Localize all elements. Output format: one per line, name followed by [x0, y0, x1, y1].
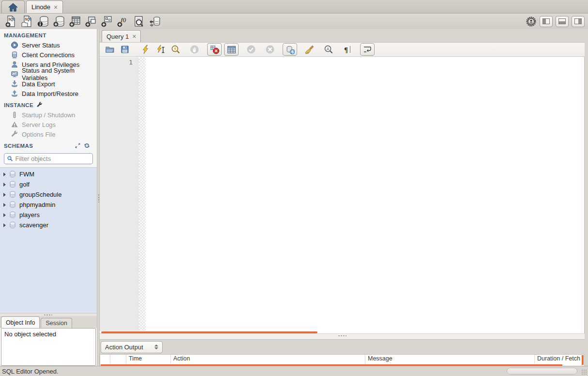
- svg-text:f(): f(): [121, 16, 126, 23]
- monitor-icon: [11, 70, 18, 78]
- sidebar-item-status-system-variables[interactable]: Status and System Variables: [0, 69, 97, 79]
- output-splitter[interactable]: [100, 333, 585, 340]
- close-icon[interactable]: ×: [132, 32, 136, 40]
- sidebar-item-data-import[interactable]: Data Import/Restore: [0, 89, 97, 98]
- column-header-icon[interactable]: [100, 355, 110, 364]
- explain-button[interactable]: [169, 44, 182, 55]
- column-header-action[interactable]: Action: [171, 355, 365, 364]
- close-icon[interactable]: ×: [54, 4, 58, 11]
- line-number-gutter: 1: [100, 57, 139, 331]
- schema-item-fwm[interactable]: FWM: [0, 169, 97, 179]
- toggle-autocommit-button[interactable]: [283, 43, 297, 56]
- sidebar-horizontal-splitter[interactable]: [0, 313, 97, 316]
- instance-section-header: INSTANCE: [0, 98, 97, 110]
- save-icon: [120, 45, 130, 54]
- query-tab[interactable]: Query 1 ×: [102, 30, 141, 42]
- stop-on-error-icon: [210, 45, 219, 54]
- sidebar-item-data-export[interactable]: Data Export: [0, 79, 97, 89]
- schema-item-groupschedule[interactable]: groupSchedule: [0, 189, 97, 200]
- create-schema-button[interactable]: [51, 15, 66, 28]
- expand-panel-icon[interactable]: [75, 142, 81, 149]
- sidebar-item-options-file[interactable]: Options File: [0, 129, 97, 139]
- execute-current-button[interactable]: [154, 44, 167, 55]
- create-function-button[interactable]: f(): [115, 15, 130, 28]
- output-type-select[interactable]: Action Output: [101, 341, 163, 353]
- schema-item-players[interactable]: players: [0, 210, 97, 220]
- navigator-sidebar: MANAGEMENT Server Status Client Connecti…: [0, 29, 97, 366]
- tab-session[interactable]: Session: [41, 318, 72, 328]
- schema-name: golf: [19, 181, 30, 188]
- create-view-button[interactable]: [83, 15, 98, 28]
- limit-rows-button[interactable]: [224, 43, 239, 56]
- stop-hand-icon: [190, 45, 199, 54]
- create-procedure-button[interactable]: [99, 15, 114, 28]
- wrap-text-button[interactable]: [360, 43, 375, 56]
- startup-shutdown-icon: [11, 111, 18, 119]
- user-icon: [11, 61, 18, 68]
- schema-inspector-button[interactable]: [35, 15, 50, 28]
- sidebar-item-label: Data Import/Restore: [22, 90, 78, 97]
- sidebar-item-label: Data Export: [22, 80, 55, 88]
- schema-item-phpmyadmin[interactable]: phpmyadmin: [0, 200, 97, 210]
- open-script-button[interactable]: [104, 44, 116, 55]
- beautify-button[interactable]: [303, 44, 316, 55]
- line-number: 1: [100, 57, 139, 66]
- client-connections-icon: [11, 51, 18, 59]
- expand-arrow-icon[interactable]: [3, 213, 6, 217]
- open-sql-script-icon: SQL: [21, 15, 33, 28]
- sql-editor-surface[interactable]: [146, 57, 584, 331]
- rollback-button[interactable]: [264, 44, 276, 55]
- search-data-button[interactable]: [131, 15, 146, 28]
- expand-arrow-icon[interactable]: [3, 223, 6, 227]
- sidebar-item-server-status[interactable]: Server Status: [0, 40, 97, 50]
- database-icon: [9, 201, 16, 208]
- find-button[interactable]: A: [322, 44, 335, 55]
- sidebar-item-startup-shutdown[interactable]: Startup / Shutdown: [0, 110, 97, 120]
- toggle-right-panel-button[interactable]: [572, 16, 585, 27]
- fold-margin: [139, 57, 146, 331]
- toggle-left-panel-button[interactable]: [540, 16, 553, 27]
- show-invisibles-button[interactable]: ¶: [341, 44, 354, 55]
- schema-item-golf[interactable]: golf: [0, 179, 97, 189]
- expand-arrow-icon[interactable]: [3, 172, 6, 176]
- resize-grip[interactable]: [581, 369, 588, 376]
- expand-arrow-icon[interactable]: [3, 203, 6, 207]
- open-sql-script-button[interactable]: SQL: [19, 15, 34, 28]
- expand-arrow-icon[interactable]: [3, 193, 6, 197]
- column-header-index[interactable]: [110, 355, 126, 364]
- status-text: SQL Editor Opened.: [2, 368, 59, 375]
- home-tab[interactable]: [1, 0, 25, 13]
- column-header-duration[interactable]: Duration / Fetch: [535, 355, 584, 364]
- svg-text:SQL: SQL: [8, 17, 15, 21]
- reconnect-dbms-icon: [149, 15, 161, 28]
- tab-object-info[interactable]: Object Info: [1, 316, 40, 328]
- filter-objects-input[interactable]: [15, 155, 90, 162]
- stop-button[interactable]: [188, 44, 201, 55]
- toggle-left-panel-icon: [543, 18, 550, 24]
- find-magnifier-icon: A: [324, 45, 333, 54]
- grid-header-row: Time Action Message Duration / Fetch: [100, 355, 584, 364]
- grid-vscrollbar-thumb[interactable]: [582, 355, 584, 365]
- toggle-stop-on-error-button[interactable]: [207, 43, 222, 56]
- connection-tab[interactable]: Linode ×: [26, 0, 63, 13]
- schema-tree: FWM golf: [0, 167, 97, 313]
- execute-button[interactable]: [139, 44, 152, 55]
- create-table-button[interactable]: [67, 15, 82, 28]
- reconnect-dbms-button[interactable]: [147, 15, 162, 28]
- sidebar-item-label: Client Connections: [22, 51, 75, 59]
- refresh-icon[interactable]: [84, 142, 90, 149]
- sidebar-item-client-connections[interactable]: Client Connections: [0, 50, 97, 60]
- column-header-time[interactable]: Time: [126, 355, 171, 364]
- commit-button[interactable]: [245, 44, 257, 55]
- sql-editor-toolbar: A ¶: [100, 42, 585, 57]
- column-header-message[interactable]: Message: [365, 355, 535, 364]
- expand-arrow-icon[interactable]: [3, 183, 6, 187]
- execute-current-icon: [156, 45, 166, 54]
- new-sql-tab-button[interactable]: SQL: [3, 15, 18, 28]
- wrap-text-icon: [363, 46, 372, 53]
- save-script-button[interactable]: [119, 44, 131, 55]
- database-icon: [9, 171, 16, 178]
- sidebar-item-server-logs[interactable]: Server Logs: [0, 120, 97, 129]
- schema-item-scavenger[interactable]: scavenger: [0, 220, 97, 230]
- toggle-bottom-panel-button[interactable]: [556, 16, 569, 27]
